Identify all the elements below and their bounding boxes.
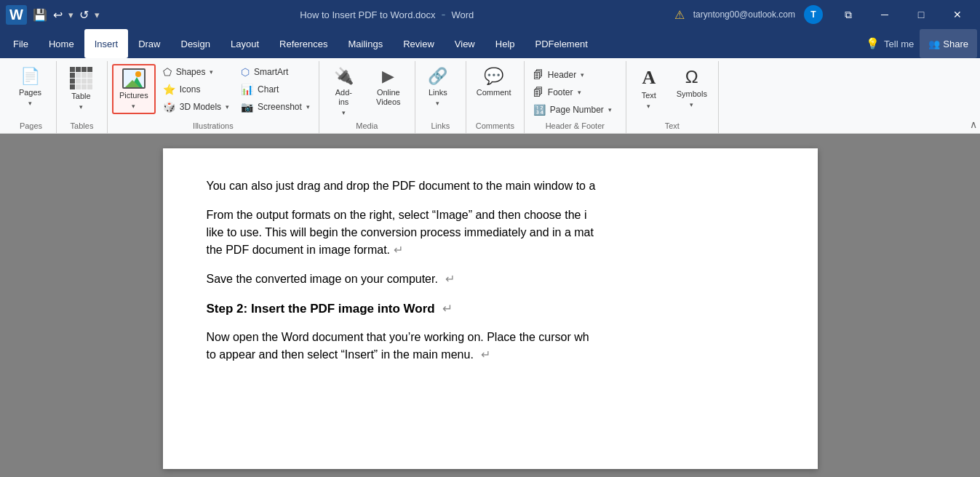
ribbon-group-tables: Table ▾ Tables (57, 61, 108, 133)
menu-mailings[interactable]: Mailings (338, 29, 394, 58)
para2-line3: the PDF document in image format. (207, 244, 391, 256)
share-button[interactable]: 👥 Share (920, 29, 977, 58)
ribbon-group-links: 🔗 Links ▾ Links (415, 61, 466, 133)
page-number-dropdown-arrow: ▾ (608, 106, 612, 113)
save-icon[interactable]: 💾 (33, 8, 47, 22)
share-icon: 👥 (928, 39, 940, 49)
para3-mark: ↵ (445, 273, 455, 285)
pages-group-items: 📄 Pages ▾ (10, 61, 50, 119)
paragraph-2: From the output formats on the right, se… (207, 207, 774, 259)
restore-button[interactable]: ⧉ (832, 4, 865, 25)
tables-group-label: Tables (61, 119, 103, 133)
ribbon-group-header-footer: 🗐 Header ▾ 🗐 Footer ▾ 🔢 Page Number ▾ He… (525, 61, 626, 133)
chart-label: Chart (258, 84, 279, 95)
menu-references[interactable]: References (269, 29, 338, 58)
title-bar-left: W 💾 ↩ ▾ ↺ ▾ (6, 5, 100, 25)
para3-text: Save the converted image on your compute… (207, 273, 438, 285)
addins-button[interactable]: 🔌 Add-ins ▾ (324, 64, 364, 119)
menu-layout[interactable]: Layout (220, 29, 269, 58)
screenshot-icon: 📷 (241, 101, 253, 113)
tables-group-items: Table ▾ (61, 61, 101, 119)
page-number-label: Page Number (550, 105, 604, 115)
table-label: Table (71, 92, 90, 101)
title-bar: W 💾 ↩ ▾ ↺ ▾ How to Insert PDF to Word.do… (0, 0, 980, 29)
ribbon-group-pages: 📄 Pages ▾ Pages (6, 61, 57, 133)
comment-icon: 💬 (484, 67, 503, 86)
header-label: Header (548, 70, 576, 80)
table-button[interactable]: Table ▾ (61, 64, 101, 113)
minimize-button[interactable]: ─ (868, 4, 901, 25)
screenshot-label: Screenshot (258, 102, 302, 112)
comment-button[interactable]: 💬 Comment (471, 64, 517, 100)
links-label: Links (429, 88, 447, 97)
smartart-icon: ⬡ (241, 66, 250, 78)
user-avatar[interactable]: T (804, 5, 823, 24)
tell-me-input[interactable]: Tell me (884, 39, 914, 49)
shapes-dropdown-arrow: ▾ (210, 68, 213, 76)
para4-line2: to appear and then select “Insert” in th… (207, 348, 474, 361)
para2-mark: ↵ (394, 244, 403, 256)
menu-draw[interactable]: Draw (128, 29, 170, 58)
menu-design[interactable]: Design (171, 29, 220, 58)
screenshot-button[interactable]: 📷 Screenshot ▾ (236, 99, 314, 115)
undo-dropdown-icon[interactable]: ▾ (68, 9, 73, 20)
3d-models-dropdown-arrow: ▾ (226, 103, 229, 111)
pages-icon: 📄 (20, 67, 40, 86)
menu-help[interactable]: Help (485, 29, 525, 58)
maximize-button[interactable]: □ (904, 4, 938, 25)
ribbon-collapse-arrow[interactable]: ∧ (970, 119, 977, 130)
comment-label: Comment (477, 88, 511, 97)
footer-button[interactable]: 🗐 Footer ▾ (529, 84, 616, 100)
customize-qat-icon[interactable]: ▾ (95, 9, 100, 20)
redo-icon[interactable]: ↺ (79, 8, 89, 22)
comments-group-items: 💬 Comment (471, 61, 517, 119)
menu-view[interactable]: View (445, 29, 485, 58)
hf-col: 🗐 Header ▾ 🗐 Footer ▾ 🔢 Page Number ▾ (529, 64, 616, 118)
menu-insert[interactable]: Insert (84, 29, 129, 58)
paragraph-4: Now open the Word document that you’re w… (207, 329, 774, 364)
symbols-button[interactable]: Ω Symbols ▾ (670, 64, 714, 111)
icons-label: Icons (180, 84, 201, 95)
3d-models-button[interactable]: 🎲 3D Models ▾ (159, 99, 234, 115)
text-icon: A (642, 67, 656, 89)
comments-group-label: Comments (471, 119, 519, 133)
app-name: Word (451, 9, 474, 20)
pages-button[interactable]: 📄 Pages ▾ (10, 64, 50, 110)
menu-home[interactable]: Home (39, 29, 84, 58)
text-group-label: Text (631, 119, 714, 133)
window-controls: ⧉ ─ □ ✕ (832, 4, 974, 25)
shapes-button[interactable]: ⬠ Shapes ▾ (159, 64, 234, 80)
links-button[interactable]: 🔗 Links ▾ (420, 64, 456, 110)
page-number-icon: 🔢 (533, 104, 546, 116)
page-number-button[interactable]: 🔢 Page Number ▾ (529, 102, 616, 118)
pictures-label: Pictures (119, 91, 148, 100)
document-page[interactable]: You can also just drag and drop the PDF … (163, 148, 818, 469)
para4-mark: ↵ (481, 348, 490, 361)
pictures-button[interactable]: Pictures ▾ (112, 64, 156, 114)
footer-icon: 🗐 (533, 87, 543, 98)
links-icon: 🔗 (428, 67, 447, 86)
menu-pdfelement[interactable]: PDFelement (525, 29, 598, 58)
document-area: You can also just drag and drop the PDF … (0, 134, 980, 477)
media-group-label: Media (324, 119, 410, 133)
text-group-items: A Text ▾ Ω Symbols ▾ (631, 61, 714, 119)
step2-mark: ↵ (442, 302, 453, 316)
chart-button[interactable]: 📊 Chart (236, 81, 314, 97)
online-videos-icon: ▶ (382, 67, 394, 86)
step2-heading: Step 2: Insert the PDF image into Word ↵ (207, 300, 774, 318)
header-button[interactable]: 🗐 Header ▾ (529, 67, 616, 83)
menu-file[interactable]: File (3, 29, 39, 58)
text-button[interactable]: A Text ▾ (631, 64, 667, 113)
word-logo-icon: W (6, 5, 27, 25)
warning-icon: ⚠ (674, 8, 685, 22)
illustrations-right-col: ⬠ Shapes ▾ ⭐ Icons 🎲 3D Models ▾ (159, 64, 234, 115)
online-videos-button[interactable]: ▶ OnlineVideos (367, 64, 410, 110)
icons-icon: ⭐ (163, 84, 175, 95)
shapes-icon: ⬠ (163, 66, 172, 78)
smartart-button[interactable]: ⬡ SmartArt (236, 64, 314, 80)
menu-review[interactable]: Review (393, 29, 445, 58)
icons-button[interactable]: ⭐ Icons (159, 81, 234, 97)
undo-icon[interactable]: ↩ (53, 8, 63, 22)
close-button[interactable]: ✕ (941, 4, 974, 25)
3d-models-icon: 🎲 (163, 101, 175, 113)
